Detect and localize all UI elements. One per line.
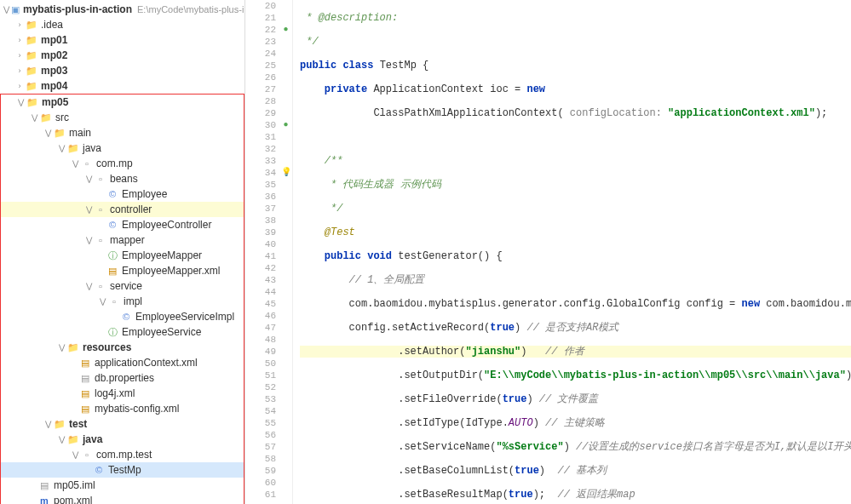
tree-controller[interactable]: ⋁ ▫ controller (1, 202, 244, 217)
tree-beans[interactable]: ⋁ ▫ beans (1, 171, 244, 186)
tree-commp[interactable]: ⋁ ▫ com.mp (1, 156, 244, 171)
folder-icon: 📁 (54, 418, 66, 430)
tree-employee[interactable]: © Employee (1, 186, 244, 202)
package-icon: ▫ (95, 280, 106, 292)
tree-src[interactable]: ⋁ 📁 src (1, 110, 244, 125)
code-editor[interactable]: 2021222324252627282930313233343536373839… (245, 0, 851, 504)
tree-mybatis-config-xml[interactable]: ▤ mybatis-config.xml (1, 401, 244, 416)
tree-mp05iml[interactable]: ▤ mp05.iml (1, 478, 244, 493)
xml-icon: ▤ (106, 265, 118, 277)
resources-folder-icon: 📁 (67, 341, 79, 353)
test-folder-icon: 📁 (67, 433, 79, 445)
tree-employee-controller[interactable]: © EmployeeController (1, 217, 244, 232)
chevron-right-icon: › (15, 51, 24, 60)
project-path: E:\myCode\mybatis-plus-in-act (137, 4, 245, 14)
gutter-marks: ●●💡 (279, 0, 293, 504)
tree-mp05[interactable]: ⋁ 📁 mp05 (1, 94, 244, 110)
chevron-down-icon: ⋁ (98, 297, 106, 306)
xml-icon: ▤ (79, 387, 91, 399)
tree-mp04[interactable]: › 📁 mp04 (0, 78, 244, 94)
folder-icon: 📁 (26, 96, 38, 108)
class-icon: © (106, 219, 118, 231)
tree-impl[interactable]: ⋁ ▫ impl (1, 294, 244, 309)
folder-icon: 📁 (26, 49, 37, 61)
class-icon: © (93, 464, 105, 476)
properties-icon: ▤ (79, 372, 91, 384)
tree-mp02[interactable]: › 📁 mp02 (0, 48, 244, 63)
chevron-down-icon: ⋁ (57, 435, 66, 444)
iml-icon: ▤ (38, 479, 50, 491)
tree-service[interactable]: ⋁ ▫ service (1, 278, 244, 294)
folder-icon: 📁 (26, 65, 37, 77)
tree-employee-service-impl[interactable]: © EmployeeServiceImpl (1, 309, 244, 324)
chevron-down-icon: ⋁ (16, 98, 25, 106)
package-icon: ▫ (108, 295, 120, 307)
tree-testmp[interactable]: © TestMp (1, 462, 244, 478)
project-root[interactable]: ⋁ ▣ mybatis-plus-in-action E:\myCode\myb… (0, 2, 244, 17)
tree-resources[interactable]: ⋁ 📁 resources (1, 340, 244, 355)
module-icon: ▣ (11, 3, 20, 15)
folder-icon: 📁 (54, 127, 66, 139)
package-icon: ▫ (95, 203, 106, 215)
package-icon: ▫ (95, 173, 106, 185)
chevron-down-icon: ⋁ (43, 129, 52, 137)
interface-icon: ⓘ (106, 326, 118, 338)
tree-commptest[interactable]: ⋁ ▫ com.mp.test (1, 447, 244, 462)
folder-icon: 📁 (26, 80, 37, 92)
chevron-down-icon: ⋁ (30, 113, 38, 122)
package-icon: ▫ (81, 449, 93, 461)
tree-idea[interactable]: › 📁 .idea (0, 17, 244, 32)
tree-db-properties[interactable]: ▤ db.properties (1, 370, 244, 386)
chevron-down-icon: ⋁ (84, 205, 93, 214)
chevron-down-icon: ⋁ (84, 175, 93, 183)
tree-employee-mapper-xml[interactable]: ▤ EmployeeMapper.xml (1, 263, 244, 278)
xml-icon: ▤ (79, 357, 91, 369)
source-folder-icon: 📁 (67, 142, 79, 154)
chevron-down-icon: ⋁ (57, 144, 66, 152)
chevron-down-icon: ⋁ (57, 343, 66, 352)
class-icon: © (106, 188, 118, 200)
class-icon: © (120, 311, 132, 323)
line-numbers: 2021222324252627282930313233343536373839… (245, 0, 279, 504)
package-icon: ▫ (95, 234, 106, 246)
tree-test-java[interactable]: ⋁ 📁 java (1, 432, 244, 447)
tree-application-context-xml[interactable]: ▤ applicationContext.xml (1, 355, 244, 370)
folder-icon: 📁 (40, 112, 52, 123)
chevron-down-icon: ⋁ (3, 5, 9, 14)
chevron-right-icon: › (15, 66, 24, 75)
folder-icon: 📁 (26, 19, 37, 31)
tree-mp01[interactable]: › 📁 mp01 (0, 32, 244, 48)
code-content[interactable]: * @description: */ public class TestMp {… (293, 0, 851, 504)
chevron-right-icon: › (15, 82, 24, 90)
tree-mp03[interactable]: › 📁 mp03 (0, 63, 244, 78)
project-tree[interactable]: ⋁ ▣ mybatis-plus-in-action E:\myCode\myb… (0, 0, 245, 504)
tree-employee-mapper[interactable]: ⓘ EmployeeMapper (1, 248, 244, 263)
tree-test[interactable]: ⋁ 📁 test (1, 416, 244, 432)
tree-java[interactable]: ⋁ 📁 java (1, 140, 244, 156)
interface-icon: ⓘ (106, 249, 118, 261)
folder-icon: 📁 (26, 34, 37, 46)
chevron-down-icon: ⋁ (71, 450, 79, 459)
tree-mapper[interactable]: ⋁ ▫ mapper (1, 232, 244, 248)
tree-employee-service[interactable]: ⓘ EmployeeService (1, 324, 244, 340)
tree-log4j-xml[interactable]: ▤ log4j.xml (1, 386, 244, 401)
chevron-down-icon: ⋁ (84, 282, 93, 290)
chevron-down-icon: ⋁ (71, 159, 79, 168)
chevron-down-icon: ⋁ (84, 236, 93, 244)
xml-icon: ▤ (79, 403, 91, 415)
chevron-right-icon: › (15, 20, 24, 29)
tree-main[interactable]: ⋁ 📁 main (1, 125, 244, 140)
maven-icon (38, 495, 50, 504)
package-icon: ▫ (81, 158, 93, 169)
chevron-down-icon: ⋁ (43, 420, 52, 428)
project-name: mybatis-plus-in-action (23, 3, 132, 15)
tree-pomxml[interactable]: pom.xml (1, 493, 244, 504)
chevron-right-icon: › (15, 36, 24, 44)
